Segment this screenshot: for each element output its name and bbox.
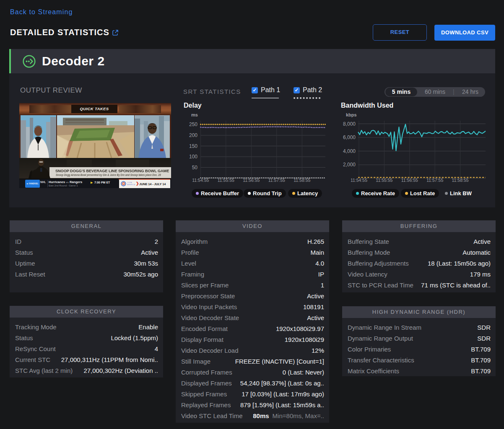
svg-text:6,000: 6,000 — [343, 134, 356, 140]
svg-text:4,000: 4,000 — [343, 148, 356, 154]
svg-text:100: 100 — [189, 154, 197, 160]
svg-text:11:58:55: 11:58:55 — [294, 178, 310, 183]
svg-text:11:58:55: 11:58:55 — [452, 178, 469, 183]
svg-text:kbps: kbps — [346, 112, 357, 117]
svg-text:11:55:55: 11:55:55 — [218, 178, 234, 183]
svg-text:8,000: 8,000 — [343, 121, 356, 127]
svg-text:150: 150 — [189, 143, 197, 149]
svg-text:11:56:55: 11:56:55 — [401, 178, 418, 183]
svg-text:250: 250 — [189, 121, 197, 127]
svg-text:11:57:55: 11:57:55 — [426, 178, 443, 183]
svg-text:50: 50 — [192, 165, 198, 171]
svg-text:2,000: 2,000 — [343, 162, 356, 168]
svg-text:ms: ms — [191, 112, 198, 117]
svg-text:200: 200 — [189, 132, 197, 138]
svg-text:11:56:55: 11:56:55 — [243, 178, 260, 183]
svg-text:11:54:55: 11:54:55 — [351, 178, 367, 183]
svg-text:11:57:55: 11:57:55 — [268, 178, 285, 183]
svg-text:11:55:55: 11:55:55 — [376, 178, 392, 183]
svg-text:11:54:55: 11:54:55 — [192, 178, 209, 183]
